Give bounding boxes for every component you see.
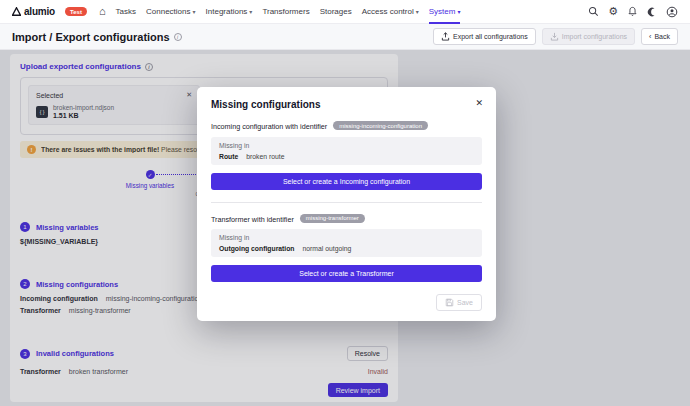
close-icon[interactable]: ✕ [475,98,483,108]
divider [211,202,482,203]
export-all-configurations-button[interactable]: Export all configurations [433,28,536,45]
chevron-down-icon: ▾ [249,8,252,15]
missing-in-panel: Missing in Outgoing configuration normal… [211,229,482,257]
nav-item-connections[interactable]: Connections▾ [146,0,196,24]
export-icon [441,32,450,41]
app-screen: alumio Test ⌂ Tasks Connections▾ Integra… [0,0,690,406]
chevron-left-icon: ‹ [649,33,651,40]
account-icon[interactable] [666,6,678,18]
missing-in-value: normal outgoing [303,245,352,252]
home-icon[interactable]: ⌂ [99,6,106,17]
select-transformer-button[interactable]: Select or create a Transformer [211,265,482,282]
modal-title: Missing configurations [211,99,482,110]
transformer-intro: Transformer with identifier missing-tran… [211,214,482,224]
nav-item-access-control[interactable]: Access control▾ [362,0,419,24]
nav-item-integrations[interactable]: Integrations▾ [206,0,253,24]
nav-item-storages[interactable]: Storages [320,0,352,24]
page-header: Import / Export configurations i Export … [0,24,690,50]
header-actions: Export all configurations Import configu… [433,28,678,45]
chevron-down-icon: ▾ [457,8,460,15]
missing-in-panel: Missing in Route broken route [211,137,482,165]
info-icon[interactable]: i [174,33,182,41]
import-icon [550,32,559,41]
page-title: Import / Export configurations [12,31,170,43]
nav-item-tasks[interactable]: Tasks [116,0,136,24]
save-button[interactable]: Save [436,294,482,311]
chevron-down-icon: ▾ [416,8,419,15]
environment-badge: Test [65,7,87,16]
top-nav-icons: ⚙ [588,6,678,18]
chevron-down-icon: ▾ [193,8,196,15]
missing-configurations-modal: Missing configurations ✕ Incoming config… [197,87,496,321]
import-configurations-button[interactable]: Import configurations [542,28,635,45]
moon-icon[interactable] [647,7,657,17]
missing-in-label: Route [219,153,238,160]
select-incoming-configuration-button[interactable]: Select or create a Incoming configuratio… [211,173,482,190]
top-nav: alumio Test ⌂ Tasks Connections▾ Integra… [0,0,690,24]
bell-icon[interactable] [627,6,638,17]
gear-icon[interactable]: ⚙ [608,6,618,17]
missing-in-value: broken route [246,153,284,160]
nav-item-system[interactable]: System▾ [429,0,461,24]
missing-in-label: Outgoing configuration [219,245,295,252]
brand-logo[interactable]: alumio [12,6,55,17]
search-icon[interactable] [588,6,599,17]
alumio-logo-icon [12,7,21,16]
save-icon [445,298,454,307]
nav-item-transformers[interactable]: Transformers [262,0,309,24]
identifier-badge: missing-incoming-configuration [333,121,428,130]
incoming-config-intro: Incoming configuration with identifier m… [211,121,482,131]
back-button[interactable]: ‹ Back [641,28,678,45]
brand-name: alumio [24,6,55,17]
identifier-badge: missing-transformer [300,214,365,223]
